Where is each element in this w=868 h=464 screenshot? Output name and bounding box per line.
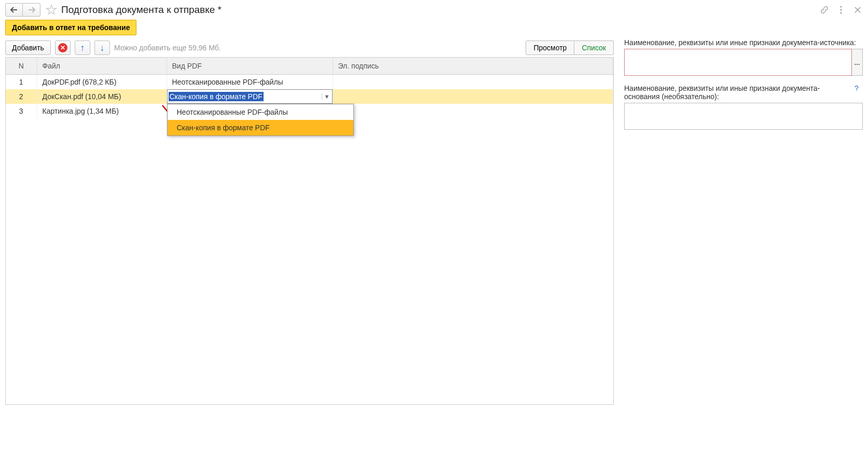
cell-file: ДокPDF.pdf (678,2 КБ) [37,75,167,90]
svg-point-2 [841,12,842,14]
back-button[interactable] [5,3,23,17]
link-icon[interactable] [819,5,830,15]
cell-file: ДокСкан.pdf (10,04 МБ) [37,89,167,104]
cell-signature [333,89,613,104]
cell-n: 1 [6,75,37,90]
delete-icon: ✕ [58,43,67,52]
dropdown-selected-value: Скан-копия в формате PDF [169,92,264,101]
basis-document-label: Наименование, реквизиты или иные признак… [624,84,863,101]
cell-n: 3 [6,104,37,118]
delete-button[interactable]: ✕ [55,40,71,55]
column-header-pdf-type[interactable]: Вид PDF [167,58,333,75]
cell-pdf-type-dropdown[interactable]: Скан-копия в формате PDF ▼ Неотсканирова… [167,89,333,104]
cell-file: Картинка.jpg (1,34 МБ) [37,104,167,118]
source-document-label: Наименование, реквизиты или иные признак… [624,38,863,47]
window-header: Подготовка документа к отправке * [0,0,868,20]
file-table: N Файл Вид PDF Эл. подпись 1 ДокPDF.pdf … [5,57,614,405]
view-toggle-button[interactable]: Просмотр [526,40,574,55]
svg-point-1 [841,9,842,11]
chevron-down-icon[interactable]: ▼ [322,93,332,100]
source-document-input[interactable] [624,49,852,76]
move-up-button[interactable]: ↑ [75,40,90,55]
list-toggle-button[interactable]: Список [574,40,614,55]
column-header-signature[interactable]: Эл. подпись [333,58,613,75]
remaining-size-hint: Можно добавить еще 59,96 Мб. [114,44,221,52]
cell-signature [333,75,613,90]
dropdown-option[interactable]: Скан-копия в формате PDF [168,120,353,135]
window-title: Подготовка документа к отправке * [61,4,222,16]
dropdown-list: Неотсканированные PDF-файлы Скан-копия в… [167,104,354,136]
add-to-reply-button[interactable]: Добавить в ответ на требование [5,20,136,35]
column-header-n[interactable]: N [6,58,37,75]
cell-signature [333,104,613,118]
add-button[interactable]: Добавить [5,40,51,55]
cell-pdf-type: Неотсканированные PDF-файлы [167,75,333,90]
arrow-down-icon: ↓ [100,43,104,53]
dropdown-option[interactable]: Неотсканированные PDF-файлы [168,104,353,120]
favorite-star-icon[interactable] [46,4,57,16]
table-row[interactable]: 2 ДокСкан.pdf (10,04 МБ) Скан-копия в фо… [6,89,613,104]
table-row[interactable]: 1 ДокPDF.pdf (678,2 КБ) Неотсканированны… [6,75,613,90]
column-header-file[interactable]: Файл [37,58,167,75]
close-icon[interactable] [852,5,863,15]
arrow-up-icon: ↑ [80,43,85,53]
toolbar: Добавить ✕ ↑ ↓ Можно добавить еще 59,96 … [5,38,614,57]
move-down-button[interactable]: ↓ [94,40,110,55]
svg-point-0 [841,6,842,8]
source-ellipsis-button[interactable]: ... [852,49,863,76]
basis-document-input[interactable] [624,103,863,130]
help-icon[interactable]: ? [855,84,863,92]
cell-n: 2 [6,89,37,104]
forward-button[interactable] [23,3,40,17]
kebab-menu-icon[interactable] [836,5,846,15]
